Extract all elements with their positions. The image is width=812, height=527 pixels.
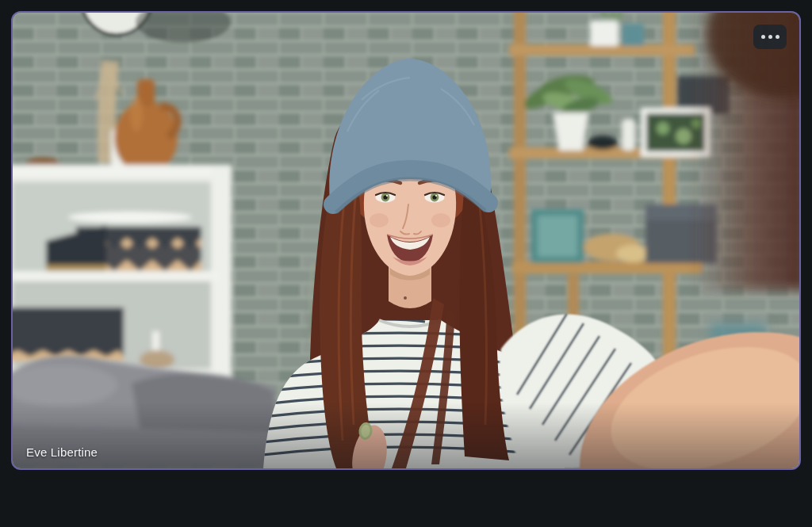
ellipsis-horizontal-icon: [761, 35, 765, 39]
meeting-window: Eve Libertine Switch to chat: [0, 0, 812, 527]
tile-more-menu-button[interactable]: [753, 25, 787, 49]
participant-video: [13, 13, 799, 468]
participant-name-label: Eve Libertine: [26, 445, 98, 459]
video-tile: Eve Libertine: [11, 11, 801, 470]
ellipsis-horizontal-icon: [776, 35, 779, 39]
ellipsis-horizontal-icon: [768, 35, 772, 39]
toolbar: Switch to chat: [0, 472, 812, 527]
